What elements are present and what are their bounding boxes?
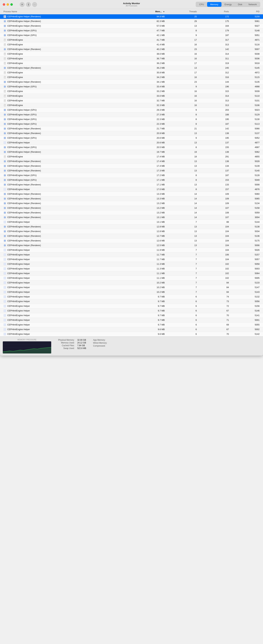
- table-row[interactable]: CEPHtmlEngine Helper11.7 MB71045057: [0, 257, 263, 262]
- process-name-text: CEPHtmlEngine Helper (Renderer): [7, 170, 41, 172]
- table-row[interactable]: CEPHtmlEngine Helper17.0 MB81574876: [0, 187, 263, 192]
- table-row[interactable]: CEPHtmlEngine Helper (Renderer)13.1 MB14…: [0, 215, 263, 220]
- table-row[interactable]: CEPHtmlEngine Helper (Renderer)17.4 MB13…: [0, 164, 263, 168]
- tab-disk[interactable]: Disk: [235, 2, 245, 7]
- table-row[interactable]: CEPHtmlEngine32.7 MB163135101: [0, 98, 263, 103]
- minimize-button[interactable]: [7, 3, 9, 6]
- col-process-name[interactable]: Process Name: [0, 9, 128, 14]
- info-icon: ℹ: [28, 3, 29, 6]
- table-row[interactable]: CEPHtmlEngine Helper (Renderer)82.3 MB29…: [0, 19, 263, 24]
- table-row[interactable]: CEPHtmlEngine Helper (Renderer)20.9 MB13…: [0, 131, 263, 136]
- table-row[interactable]: CEPHtmlEngine Helper10.2 MB7845143: [0, 290, 263, 294]
- process-ports: 73: [199, 299, 231, 304]
- table-row[interactable]: CEPHtmlEngine Helper (Renderer)36.2 MB13…: [0, 66, 263, 70]
- table-row[interactable]: CEPHtmlEngine41.4 MB163135116: [0, 42, 263, 47]
- process-icon: [4, 272, 6, 275]
- table-row[interactable]: CEPHtmlEngine Helper (Renderer)12.6 MB13…: [0, 238, 263, 243]
- table-row[interactable]: CEPHtmlEngine Helper9.7 MB6735056: [0, 299, 263, 304]
- table-row[interactable]: CEPHtmlEngine Helper10.2 MB7845133: [0, 280, 263, 285]
- table-row[interactable]: CEPHtmlEngine Helper (Renderer)13.3 MB14…: [0, 192, 263, 196]
- table-row[interactable]: CEPHtmlEngine Helper (Renderer)13.2 MB14…: [0, 206, 263, 210]
- table-row[interactable]: CEPHtmlEngine Helper (Renderer)12.5 MB13…: [0, 243, 263, 248]
- table-row[interactable]: CEPHtmlEngine Helper9.6 MB6705142: [0, 332, 263, 336]
- table-row[interactable]: CEPHtmlEngine Helper (Renderer)12.8 MB13…: [0, 224, 263, 229]
- table-row[interactable]: CEPHtmlEngine Helper10.2 MB7845147: [0, 285, 263, 290]
- table-row[interactable]: CEPHtmlEngine36.7 MB163115036: [0, 56, 263, 61]
- table-row[interactable]: CEPHtmlEngine Helper13.1 MB7885144: [0, 220, 263, 224]
- table-row[interactable]: CEPHtmlEngine33.0 MB163145110: [0, 94, 263, 98]
- table-row[interactable]: CEPHtmlEngine Helper (Renderer)17.3 MB13…: [0, 168, 263, 173]
- stop-process-button[interactable]: ✕: [20, 2, 25, 7]
- process-memory: 9.7 MB: [128, 322, 167, 327]
- table-row[interactable]: CEPHtmlEngine Helper (Renderer)19.7 MB19…: [0, 150, 263, 154]
- table-row[interactable]: CEPHtmlEngine Helper11.3 MB71025058: [0, 262, 263, 266]
- process-name-cell: CEPHtmlEngine Helper (Renderer): [0, 164, 128, 168]
- tab-energy[interactable]: Energy: [221, 2, 235, 7]
- table-row[interactable]: CEPHtmlEngine Helper (Renderer)57.5 MB13…: [0, 24, 263, 28]
- table-row[interactable]: CEPHtmlEngine41.7 MB173174971: [0, 38, 263, 42]
- table-row[interactable]: CEPHtmlEngine Helper9.7 MB6695055: [0, 322, 263, 327]
- table-row[interactable]: CEPHtmlEngine17.4 MB182914855: [0, 154, 263, 159]
- process-memory: 10.2 MB: [128, 285, 167, 290]
- svg-rect-26: [4, 53, 6, 55]
- table-row[interactable]: CEPHtmlEngine Helper9.7 MB6745132: [0, 294, 263, 299]
- table-row[interactable]: CEPHtmlEngine Helper20.6 MB131374877: [0, 140, 263, 145]
- info-button[interactable]: ℹ: [26, 2, 31, 7]
- table-row[interactable]: CEPHtmlEngine Helper9.7 MB6705141: [0, 313, 263, 318]
- col-threads[interactable]: Threads: [167, 9, 199, 14]
- table-row[interactable]: CEPHtmlEngine33.2 MB163155039: [0, 89, 263, 94]
- table-row[interactable]: CEPHtmlEngine Helper9.7 MB6675146: [0, 308, 263, 313]
- table-row[interactable]: CEPHtmlEngine Helper (Renderer)17.1 MB13…: [0, 182, 263, 187]
- table-row[interactable]: CEPHtmlEngine Helper (Renderer)17.4 MB13…: [0, 159, 263, 164]
- table-row[interactable]: CEPHtmlEngine Helper (Renderer)12.7 MB13…: [0, 234, 263, 238]
- process-threads: 6: [167, 308, 199, 313]
- more-button[interactable]: ···: [32, 2, 37, 7]
- table-row[interactable]: CEPHtmlEngine Helper (Renderer)21.7 MB21…: [0, 126, 263, 131]
- table-row[interactable]: CEPHtmlEngine32.3 MB163135106: [0, 103, 263, 108]
- table-row[interactable]: CEPHtmlEngine Helper9.6 MB6675002: [0, 327, 263, 332]
- table-row[interactable]: CEPHtmlEngine Helper (GPU)20.5 MB8155499…: [0, 145, 263, 150]
- app-memory-label: App Memory:: [93, 339, 107, 341]
- table-row[interactable]: CEPHtmlEngine Helper (GPU)42.1 MB9187505…: [0, 33, 263, 38]
- tab-memory[interactable]: Memory: [207, 2, 221, 7]
- table-row[interactable]: CEPHtmlEngine Helper (Renderer)40.2 MB23…: [0, 47, 263, 52]
- tab-cpu[interactable]: CPU: [196, 2, 207, 7]
- process-name-cell: CEPHtmlEngine: [0, 56, 128, 61]
- table-row[interactable]: CEPHtmlEngine Helper (GPU)22.3 MB8187511…: [0, 122, 263, 126]
- col-pid[interactable]: PID: [231, 9, 263, 14]
- table-row[interactable]: CEPHtmlEngine Helper11.1 MB71025005: [0, 276, 263, 280]
- process-ports: 142: [199, 47, 231, 52]
- table-row[interactable]: CEPHtmlEngine34.2 MB163165115: [0, 75, 263, 80]
- table-row[interactable]: CEPHtmlEngine Helper (GPU)27.3 MB8188512…: [0, 112, 263, 117]
- table-row[interactable]: CEPHtmlEngine Helper (GPU)20.6 MB9195505…: [0, 136, 263, 140]
- table-row[interactable]: CEPHtmlEngine Helper (Renderer)13.2 MB14…: [0, 201, 263, 206]
- table-row[interactable]: CEPHtmlEngine Helper (Renderer)12.8 MB13…: [0, 229, 263, 234]
- table-row[interactable]: CEPHtmlEngine Helper (GPU)29.3 MB9203502…: [0, 108, 263, 112]
- table-row[interactable]: CEPHtmlEngine Helper (Renderer)34.1 MB23…: [0, 80, 263, 84]
- col-memory[interactable]: Mem... ▼: [128, 9, 167, 14]
- table-row[interactable]: CEPHtmlEngine Helper (GPU)22.3 MB8195513…: [0, 117, 263, 122]
- process-memory: 12.8 MB: [128, 224, 167, 229]
- svg-rect-63: [4, 100, 6, 102]
- table-row[interactable]: CEPHtmlEngine36.2 MB173195018: [0, 61, 263, 66]
- table-row[interactable]: CEPHtmlEngine Helper (GPU)17.2 MB8187512…: [0, 173, 263, 178]
- table-row[interactable]: CEPHtmlEngine Helper (Renderer)13.2 MB14…: [0, 210, 263, 215]
- table-row[interactable]: CEPHtmlEngine Helper9.7 MB6715001: [0, 318, 263, 322]
- tab-network[interactable]: Network: [245, 2, 260, 7]
- table-row[interactable]: CEPHtmlEngine Helper11.9 MB71045026: [0, 248, 263, 252]
- table-row[interactable]: CEPHtmlEngine Helper (Renderer)94.8 MB25…: [0, 14, 263, 19]
- table-row[interactable]: CEPHtmlEngine Helper9.7 MB6725156: [0, 304, 263, 308]
- table-row[interactable]: CEPHtmlEngine38.0 MB163145038: [0, 52, 263, 56]
- close-button[interactable]: [3, 3, 5, 6]
- table-row[interactable]: CEPHtmlEngine Helper (Renderer)13.3 MB14…: [0, 196, 263, 201]
- table-row[interactable]: CEPHtmlEngine Helper11.3 MB71025003: [0, 266, 263, 271]
- col-ports[interactable]: Ports: [199, 9, 231, 14]
- maximize-button[interactable]: [10, 3, 13, 6]
- table-row[interactable]: CEPHtmlEngine Helper11.7 MB71065157: [0, 252, 263, 257]
- table-row[interactable]: CEPHtmlEngine Helper (GPU)47.7 MB8179514…: [0, 28, 263, 33]
- table-row[interactable]: CEPHtmlEngine Helper (GPU)33.4 MB9196499…: [0, 84, 263, 89]
- table-row[interactable]: CEPHtmlEngine Helper (GPU)17.1 MB8153504…: [0, 178, 263, 182]
- table-row[interactable]: CEPHtmlEngine35.8 MB173124972: [0, 70, 263, 75]
- table-row[interactable]: CEPHtmlEngine Helper11.1 MB71025064: [0, 271, 263, 276]
- process-ports: 187: [199, 122, 231, 126]
